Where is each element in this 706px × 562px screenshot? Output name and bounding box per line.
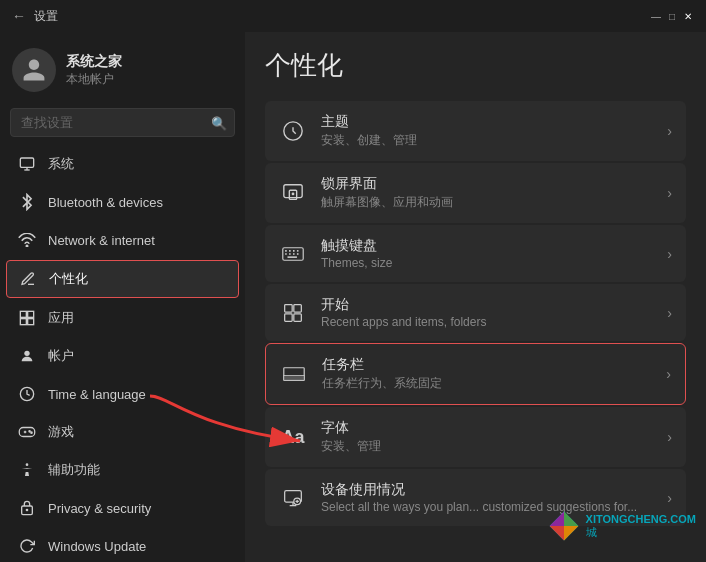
chevron-icon: › [667, 305, 672, 321]
svg-rect-31 [285, 304, 293, 312]
watermark-text: XITONGCHENG.COM [586, 513, 696, 525]
settings-text-keyboard: 触摸键盘 Themes, size [321, 237, 653, 270]
close-button[interactable]: ✕ [682, 10, 694, 22]
apps-icon [18, 309, 36, 327]
keyboard-icon [279, 240, 307, 268]
main-content: 个性化 主题 安装、创建、管理 › [245, 32, 706, 562]
user-name: 系统之家 [66, 53, 122, 71]
svg-rect-32 [294, 304, 302, 312]
search-container: 🔍 [10, 108, 235, 137]
svg-point-20 [292, 193, 295, 196]
settings-item-fonts[interactable]: Aa 字体 安装、管理 › [265, 407, 686, 467]
settings-item-start[interactable]: 开始 Recent apps and items, folders › [265, 284, 686, 341]
sidebar-item-label: Privacy & security [48, 501, 151, 516]
svg-marker-44 [549, 512, 563, 526]
svg-rect-0 [20, 158, 33, 167]
chevron-icon: › [667, 490, 672, 506]
sidebar-item-label: Time & language [48, 387, 146, 402]
user-info: 系统之家 本地帐户 [66, 53, 122, 88]
titlebar-controls: — □ ✕ [650, 10, 694, 22]
accessibility-icon [18, 461, 36, 479]
svg-rect-4 [20, 311, 26, 317]
chevron-icon: › [667, 123, 672, 139]
titlebar: ← 设置 — □ ✕ [0, 0, 706, 32]
settings-list: 主题 安装、创建、管理 › 锁屏界面 触屏幕图像、应用和动画 [265, 101, 686, 526]
settings-item-theme[interactable]: 主题 安装、创建、管理 › [265, 101, 686, 161]
start-icon [279, 299, 307, 327]
svg-point-8 [24, 351, 29, 356]
sidebar-item-label: 个性化 [49, 270, 88, 288]
settings-text-taskbar: 任务栏 任务栏行为、系统固定 [322, 356, 652, 392]
nav-privacy[interactable]: Privacy & security [6, 490, 239, 526]
sidebar-item-label: Windows Update [48, 539, 146, 554]
accounts-icon [18, 347, 36, 365]
nav-system[interactable]: 系统 [6, 146, 239, 182]
settings-desc: 任务栏行为、系统固定 [322, 375, 652, 392]
user-section: 系统之家 本地帐户 [0, 32, 245, 104]
svg-marker-41 [564, 512, 578, 526]
nav-apps[interactable]: 应用 [6, 300, 239, 336]
svg-rect-36 [284, 376, 304, 381]
nav-time[interactable]: Time & language [6, 376, 239, 412]
svg-marker-43 [549, 526, 563, 540]
svg-point-17 [26, 509, 29, 512]
settings-text-lockscreen: 锁屏界面 触屏幕图像、应用和动画 [321, 175, 653, 211]
settings-item-taskbar[interactable]: 任务栏 任务栏行为、系统固定 › [265, 343, 686, 405]
lockscreen-icon [279, 179, 307, 207]
sidebar-item-label: 游戏 [48, 423, 74, 441]
settings-desc: 触屏幕图像、应用和动画 [321, 194, 653, 211]
sidebar: 系统之家 本地帐户 🔍 系统 [0, 32, 245, 562]
nav-accounts[interactable]: 帐户 [6, 338, 239, 374]
svg-rect-7 [28, 319, 34, 325]
privacy-icon [18, 499, 36, 517]
nav-windows-update[interactable]: Windows Update [6, 528, 239, 562]
nav-bluetooth[interactable]: Bluetooth & devices [6, 184, 239, 220]
device-usage-icon [279, 484, 307, 512]
settings-label: 主题 [321, 113, 653, 131]
watermark-logo [548, 510, 580, 542]
chevron-icon: › [667, 246, 672, 262]
watermark: XITONGCHENG.COM 城 [548, 510, 696, 542]
minimize-button[interactable]: — [650, 10, 662, 22]
settings-label: 开始 [321, 296, 653, 314]
user-avatar-icon [21, 57, 47, 83]
svg-rect-5 [28, 311, 34, 317]
back-icon[interactable]: ← [12, 8, 26, 24]
user-type: 本地帐户 [66, 71, 122, 88]
settings-desc: 安装、创建、管理 [321, 132, 653, 149]
watermark-city: 城 [586, 525, 696, 540]
svg-point-15 [26, 463, 29, 466]
svg-rect-18 [284, 185, 302, 198]
titlebar-title: 设置 [34, 8, 58, 25]
nav-network[interactable]: Network & internet [6, 222, 239, 258]
settings-item-lockscreen[interactable]: 锁屏界面 触屏幕图像、应用和动画 › [265, 163, 686, 223]
settings-text-fonts: 字体 安装、管理 [321, 419, 653, 455]
nav-personalization[interactable]: 个性化 [6, 260, 239, 298]
settings-desc: 安装、管理 [321, 438, 653, 455]
sidebar-item-label: 帐户 [48, 347, 74, 365]
gaming-icon [18, 423, 36, 441]
sidebar-item-label: Network & internet [48, 233, 155, 248]
nav-accessibility[interactable]: 辅助功能 [6, 452, 239, 488]
sidebar-item-label: 应用 [48, 309, 74, 327]
system-icon [18, 155, 36, 173]
svg-rect-34 [294, 313, 302, 321]
svg-rect-6 [20, 319, 26, 325]
svg-point-3 [26, 245, 28, 247]
taskbar-icon [280, 360, 308, 388]
settings-label: 任务栏 [322, 356, 652, 374]
chevron-icon: › [666, 366, 671, 382]
content-area: 系统之家 本地帐户 🔍 系统 [0, 32, 706, 562]
network-icon [18, 231, 36, 249]
svg-rect-33 [285, 313, 293, 321]
avatar [12, 48, 56, 92]
maximize-button[interactable]: □ [666, 10, 678, 22]
svg-point-14 [31, 432, 32, 433]
nav-gaming[interactable]: 游戏 [6, 414, 239, 450]
search-icon: 🔍 [211, 115, 227, 130]
chevron-icon: › [667, 185, 672, 201]
settings-item-keyboard[interactable]: 触摸键盘 Themes, size › [265, 225, 686, 282]
sidebar-item-label: 系统 [48, 155, 74, 173]
search-input[interactable] [10, 108, 235, 137]
svg-point-13 [29, 431, 30, 432]
